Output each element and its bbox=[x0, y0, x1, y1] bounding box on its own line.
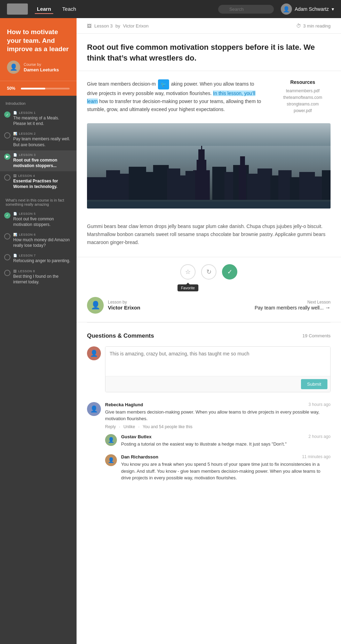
dan-avatar: 👤 bbox=[105, 454, 117, 466]
lesson-body-text: Give team members decision-m 🐦 aking pow… bbox=[87, 79, 264, 114]
rebecka-body: Rebecka Haglund 3 hours ago Give team me… bbox=[105, 402, 331, 429]
lesson3-status: ▶ bbox=[4, 154, 10, 160]
comment-submit-row: Submit bbox=[105, 376, 330, 392]
meta-image-icon: 🖼 bbox=[87, 23, 92, 29]
user-avatar: 👤 bbox=[281, 3, 292, 15]
lesson6-status bbox=[4, 233, 10, 239]
gustav-body: Gustav Butlex 2 hours ago Posting a tuto… bbox=[121, 434, 331, 450]
sidebar-item-lesson8[interactable]: 🖼 LESSON 8 Best thing I found on the int… bbox=[0, 267, 77, 288]
qa-title: Questions & Comments bbox=[87, 332, 154, 339]
user-chevron: ▾ bbox=[332, 6, 334, 12]
user-name: Adam Schwartz bbox=[295, 6, 329, 12]
submit-button[interactable]: Submit bbox=[301, 379, 327, 389]
main-nav: Learn Teach bbox=[35, 5, 78, 14]
content-area: 🖼 Lesson 3 by Victor Erixon ⏱ 3 min read… bbox=[77, 18, 341, 644]
meta-author: Victor Erixon bbox=[123, 23, 149, 29]
lesson7-status bbox=[4, 254, 10, 260]
likes-text: You and 54 people like this bbox=[143, 424, 192, 429]
instructor-info: Lesson by Victor Erixon bbox=[108, 300, 140, 311]
section2-label: What's next in this course is in fact so… bbox=[0, 193, 77, 209]
done-button[interactable]: ✓ bbox=[222, 264, 237, 280]
retry-icon: ↻ bbox=[206, 268, 212, 276]
user-menu[interactable]: 👤 Adam Schwartz ▾ bbox=[281, 3, 334, 15]
sidebar-item-lesson5[interactable]: ✓ 📄 LESSON 5 Root out five common motiva… bbox=[0, 209, 77, 230]
author-info: Course by Damen Leeturks bbox=[24, 62, 59, 72]
resource-item[interactable]: power.pdf bbox=[275, 108, 331, 113]
lesson7-icon: 📄 bbox=[13, 254, 17, 257]
next-arrow: → bbox=[325, 305, 331, 311]
lesson8-number: 🖼 LESSON 8 bbox=[13, 269, 72, 273]
reading-time: 3 min reading bbox=[303, 23, 331, 29]
qa-section: Questions & Comments 19 Comments 👤 Submi… bbox=[77, 323, 341, 501]
sidebar-item-lesson7[interactable]: 📄 LESSON 7 Refocusing anger to parenting… bbox=[0, 251, 77, 266]
search-input[interactable] bbox=[218, 5, 274, 14]
lesson1-icon: 📄 bbox=[13, 111, 17, 115]
progress-bar-fill bbox=[21, 88, 45, 89]
lesson5-desc: Root out five common motivation stoppers… bbox=[13, 216, 72, 227]
star-icon: ☆ bbox=[185, 268, 191, 276]
nav-learn[interactable]: Learn bbox=[35, 5, 53, 14]
resources-col: Resources teammembers.pdf theteamofteams… bbox=[275, 79, 331, 115]
lesson4-number: 🖼 LESSON 4 bbox=[13, 174, 72, 178]
twitter-popup[interactable]: 🐦 bbox=[158, 79, 169, 89]
sidebar-item-lesson3[interactable]: ▶ 📄 LESSON 3 Root out five common motiva… bbox=[0, 150, 77, 171]
lesson-image-area bbox=[77, 123, 341, 215]
gustav-time: 2 hours ago bbox=[309, 434, 331, 439]
instructor-row: 👤 Lesson by Victor Erixon bbox=[87, 297, 140, 314]
unlike-action[interactable]: Unlike bbox=[124, 424, 135, 429]
lesson2-number: 📊 LESSON 2 bbox=[13, 132, 72, 135]
lesson-meta-right: ⏱ 3 min reading bbox=[296, 23, 331, 29]
comment-item-gustav: 👤 Gustav Butlex 2 hours ago Posting a tu… bbox=[105, 434, 331, 450]
lesson-meta-left: 🖼 Lesson 3 by Victor Erixon bbox=[87, 23, 149, 29]
check-icon: ✓ bbox=[227, 268, 232, 276]
lesson7-desc: Refocusing anger to parenting. bbox=[13, 258, 70, 264]
lesson5-number: 📄 LESSON 5 bbox=[13, 212, 72, 215]
reply-action[interactable]: Reply bbox=[105, 424, 116, 429]
comment-textarea[interactable] bbox=[105, 347, 330, 375]
logo[interactable] bbox=[7, 3, 28, 15]
favorite-tooltip: Favorite bbox=[177, 284, 198, 291]
lesson2-status bbox=[4, 132, 10, 139]
course-by-label: Course by bbox=[24, 62, 59, 66]
highlight-text: In this lesson, you’ll learn bbox=[87, 91, 255, 104]
retry-button[interactable]: ↻ bbox=[201, 264, 216, 280]
lesson-footer: 👤 Lesson by Victor Erixon Next Lesson Pa… bbox=[77, 280, 341, 322]
section1-label: Introduction bbox=[0, 96, 77, 108]
progress-row: 50% bbox=[0, 81, 77, 96]
svg-rect-29 bbox=[87, 202, 331, 209]
sidebar-item-lesson6[interactable]: 📊 LESSON 6 How much money did Amazon rea… bbox=[0, 230, 77, 251]
rebecka-meta: Rebecka Haglund 3 hours ago bbox=[105, 402, 331, 407]
nav-teach[interactable]: Teach bbox=[60, 5, 78, 14]
dan-body: Dan Richardsson 11 minutes ago You know … bbox=[121, 454, 331, 484]
lesson-text-col: Give team members decision-m 🐦 aking pow… bbox=[87, 79, 264, 115]
current-user-avatar: 👤 bbox=[87, 346, 101, 360]
comment-item-dan: 👤 Dan Richardsson 11 minutes ago You kno… bbox=[105, 454, 331, 484]
lesson5-icon: 📄 bbox=[13, 212, 17, 215]
author-name: Damen Leeturks bbox=[24, 67, 59, 72]
lesson-by-label: Lesson by bbox=[108, 300, 140, 305]
resource-item[interactable]: teammembers.pdf bbox=[275, 88, 331, 93]
resource-item[interactable]: strongteams.com bbox=[275, 102, 331, 107]
gustav-text: Posting a tutorial on the easiest way to… bbox=[121, 441, 331, 448]
qa-count: 19 Comments bbox=[302, 333, 331, 338]
lesson7-number: 📄 LESSON 7 bbox=[13, 254, 70, 257]
lesson-body: Give team members decision-m 🐦 aking pow… bbox=[77, 71, 341, 123]
comment-input-row: 👤 Submit bbox=[87, 346, 331, 392]
lesson-meta-bar: 🖼 Lesson 3 by Victor Erixon ⏱ 3 min read… bbox=[77, 18, 341, 34]
lesson8-icon: 🖼 bbox=[13, 269, 17, 273]
lesson2-icon: 📊 bbox=[13, 132, 17, 135]
sidebar-item-lesson4[interactable]: 🖼 LESSON 4 Essential Practises for Women… bbox=[0, 171, 77, 192]
rebecka-author: Rebecka Haglund bbox=[105, 402, 143, 407]
action-row: ☆ Favorite ↻ ✓ bbox=[77, 257, 341, 280]
sidebar-item-lesson1[interactable]: ✓ 📄 LESSON 1 The meaning of a Meals. Ple… bbox=[0, 108, 77, 129]
lesson-title-area: Root out five common motivation stoppers… bbox=[77, 34, 341, 71]
author-avatar: 👤 bbox=[7, 61, 20, 74]
resources-list: teammembers.pdf theteamofteams.com stron… bbox=[275, 88, 331, 113]
next-lesson-col[interactable]: Next Lesson Pay team members really well… bbox=[255, 300, 331, 311]
sidebar-item-lesson2[interactable]: 📊 LESSON 2 Pay team members really well.… bbox=[0, 129, 77, 150]
gustav-author: Gustav Butlex bbox=[121, 434, 151, 439]
resource-item[interactable]: theteamofteams.com bbox=[275, 95, 331, 100]
favorite-button[interactable]: ☆ Favorite bbox=[180, 264, 196, 280]
dan-text: You know you are a freak when you spend … bbox=[121, 461, 331, 481]
course-author-row: 👤 Course by Damen Leeturks bbox=[7, 61, 70, 74]
